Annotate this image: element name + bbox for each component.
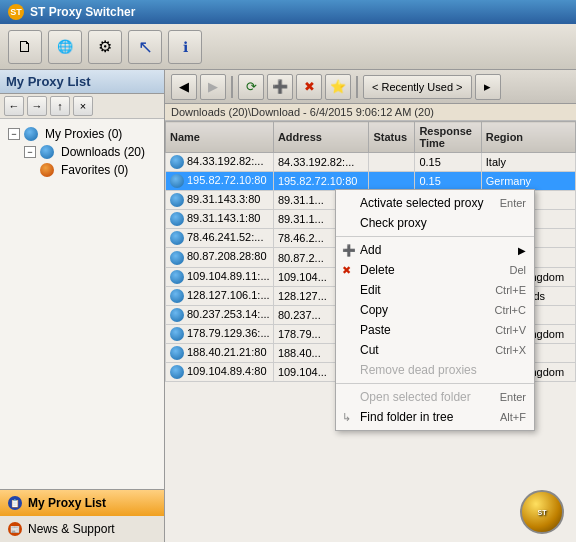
tree-label-my-proxies: My Proxies (0) [45,127,122,141]
ctx-add-label: Add [360,243,381,257]
globe-icon [170,231,184,245]
nav-back-button[interactable]: ← [4,96,24,116]
ctx-separator-1 [336,236,534,237]
table-header-row: Name Address Status ResponseTime Region [166,122,576,153]
tree-item-favorites[interactable]: Favorites (0) [20,161,160,179]
app-window: ST ST Proxy Switcher 🗋 🌐 ⚙ ↖ ℹ My Proxy … [0,0,576,542]
logo-text: ST [538,509,547,516]
tab-label-news: News & Support [28,522,115,536]
tree-label-downloads: Downloads (20) [61,145,145,159]
ctx-delete[interactable]: ✖ Delete Del [336,260,534,280]
tab-news-support[interactable]: 📰 News & Support [0,516,164,542]
ctx-separator-2 [336,383,534,384]
globe-icon [170,212,184,226]
ctx-remove-dead-label: Remove dead proxies [360,363,477,377]
ctx-find-folder-shortcut: Alt+F [500,411,526,423]
nav-forward-button[interactable]: → [27,96,47,116]
main-layout: My Proxy List ← → ↑ × − My Proxies (0) − [0,70,576,542]
ctx-open-folder: Open selected folder Enter [336,387,534,407]
tree-children: − Downloads (20) Favorites (0) [4,143,160,179]
sidebar-tabs: 📋 My Proxy List 📰 News & Support [0,489,164,542]
content-info-bar: Downloads (20)\Download - 6/4/2015 9:06:… [165,104,576,121]
col-status: Status [369,122,415,153]
ct-refresh-button[interactable]: ⟳ [238,74,264,100]
ctx-cut[interactable]: Cut Ctrl+X [336,340,534,360]
ctx-open-folder-shortcut: Enter [500,391,526,403]
ctx-add[interactable]: ➕ Add ▶ [336,240,534,260]
tree-toggle-downloads[interactable]: − [24,146,36,158]
col-region: Region [481,122,575,153]
nav-up-button[interactable]: ↑ [50,96,70,116]
content-toolbar: ◀ ▶ ⟳ ➕ ✖ ⭐ < Recently Used > ▸ [165,70,576,104]
ct-extra-button[interactable]: ▸ [475,74,501,100]
globe-icon [170,327,184,341]
cursor-button[interactable]: ↖ [128,30,162,64]
ctx-copy-shortcut: Ctrl+C [495,304,526,316]
context-menu: Activate selected proxy Enter Check prox… [335,189,535,431]
ctx-paste-shortcut: Ctrl+V [495,324,526,336]
app-icon: ST [8,4,24,20]
ctx-find-folder[interactable]: ↳ Find folder in tree Alt+F [336,407,534,427]
globe-icon-my-proxies [24,127,38,141]
col-response-time: ResponseTime [415,122,481,153]
ctx-add-icon: ➕ [342,244,356,257]
ct-back-button[interactable]: ◀ [171,74,197,100]
tree-label-favorites: Favorites (0) [61,163,128,177]
ctx-cut-shortcut: Ctrl+X [495,344,526,356]
sidebar-header: My Proxy List [0,70,164,94]
ctx-activate-shortcut: Enter [500,197,526,209]
ctx-edit-shortcut: Ctrl+E [495,284,526,296]
content-info-text: Downloads (20)\Download - 6/4/2015 9:06:… [171,106,434,118]
tab-label-proxy-list: My Proxy List [28,496,106,510]
table-row[interactable]: 195.82.72.10:80195.82.72.10:800.15German… [166,172,576,191]
globe-icon [170,193,184,207]
globe-icon [170,251,184,265]
ctx-activate-label: Activate selected proxy [360,196,483,210]
app-logo: ST [520,490,564,534]
ctx-paste[interactable]: Paste Ctrl+V [336,320,534,340]
globe-icon [170,365,184,379]
ctx-cut-label: Cut [360,343,379,357]
ctx-check-proxy[interactable]: Check proxy [336,213,534,233]
info-button[interactable]: ℹ [168,30,202,64]
ctx-edit-label: Edit [360,283,381,297]
tree-toggle-my-proxies[interactable]: − [8,128,20,140]
tree-item-downloads[interactable]: − Downloads (20) [20,143,160,161]
ctx-add-arrow: ▶ [518,245,526,256]
main-toolbar: 🗋 🌐 ⚙ ↖ ℹ [0,24,576,70]
ctx-delete-label: Delete [360,263,395,277]
globe-icon-downloads [40,145,54,159]
nav-close-button[interactable]: × [73,96,93,116]
globe-icon [170,270,184,284]
ct-add-button[interactable]: ➕ [267,74,293,100]
ctx-check-label: Check proxy [360,216,427,230]
ctx-delete-icon: ✖ [342,264,351,277]
ct-forward-button[interactable]: ▶ [200,74,226,100]
content-area: ◀ ▶ ⟳ ➕ ✖ ⭐ < Recently Used > ▸ Download… [165,70,576,542]
new-document-button[interactable]: 🗋 [8,30,42,64]
proxy-table-container: Name Address Status ResponseTime Region … [165,121,576,542]
ctx-remove-dead: Remove dead proxies [336,360,534,380]
table-row[interactable]: 84.33.192.82:...84.33.192.82:...0.15Ital… [166,153,576,172]
ct-bookmark-button[interactable]: ⭐ [325,74,351,100]
ctx-find-folder-icon: ↳ [342,411,351,424]
ctx-copy[interactable]: Copy Ctrl+C [336,300,534,320]
col-address: Address [273,122,369,153]
globe-icon [170,289,184,303]
ctx-edit[interactable]: Edit Ctrl+E [336,280,534,300]
sidebar: My Proxy List ← → ↑ × − My Proxies (0) − [0,70,165,542]
ctx-paste-label: Paste [360,323,391,337]
settings-button[interactable]: ⚙ [88,30,122,64]
ctx-find-folder-label: Find folder in tree [360,410,453,424]
ctx-open-folder-label: Open selected folder [360,390,471,404]
tab-icon-proxy-list: 📋 [8,496,22,510]
open-button[interactable]: 🌐 [48,30,82,64]
recently-used-button[interactable]: < Recently Used > [363,75,472,99]
tab-my-proxy-list[interactable]: 📋 My Proxy List [0,490,164,516]
ctx-activate-proxy[interactable]: Activate selected proxy Enter [336,193,534,213]
globe-icon-favorites [40,163,54,177]
tab-icon-news: 📰 [8,522,22,536]
sidebar-nav: ← → ↑ × [0,94,164,119]
ct-delete-button[interactable]: ✖ [296,74,322,100]
tree-item-my-proxies[interactable]: − My Proxies (0) [4,125,160,143]
